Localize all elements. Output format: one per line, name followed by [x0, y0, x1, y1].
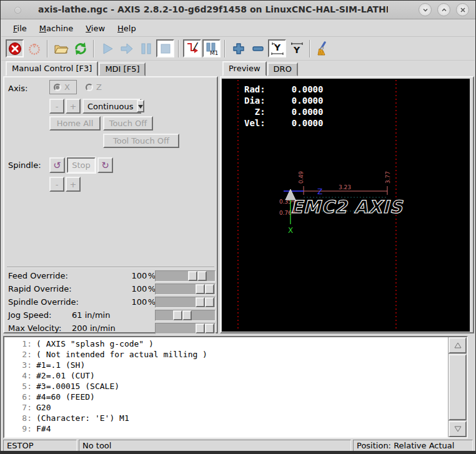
optional-pause-m1-icon: M1 — [204, 42, 219, 56]
zoom-extents-button[interactable]: Y — [268, 39, 286, 57]
spindle-plus-button[interactable]: + — [66, 177, 81, 192]
dim-top-label: 0.49 — [298, 171, 304, 184]
jog-plus-button[interactable]: + — [66, 99, 81, 114]
jog-speed-label: Jog Speed: — [8, 310, 51, 320]
toolbar-separator — [47, 40, 48, 57]
clear-plot-button[interactable] — [314, 39, 332, 57]
spindle-override-value: 100 % — [132, 297, 156, 307]
skip-lines-icon: / — [185, 42, 200, 56]
rapid-override-row: Rapid Override: 100 % — [8, 283, 216, 295]
spindle-stop-button[interactable]: Stop — [67, 157, 96, 173]
scroll-down-arrow[interactable] — [449, 421, 467, 437]
zoom-out-minus-icon — [251, 42, 265, 56]
max-velocity-slider[interactable] — [155, 323, 216, 334]
axis-z-radio[interactable]: Z — [86, 82, 102, 92]
tool-touch-off-button[interactable]: Tool Touch Off — [103, 134, 179, 148]
zoom-out-button[interactable] — [249, 39, 267, 57]
tool-status: No tool — [79, 440, 351, 453]
estop-button[interactable] — [6, 39, 24, 57]
splash-gcode-text: EMC2 AXIS — [290, 197, 403, 217]
menu-help[interactable]: Help — [112, 22, 142, 35]
spindle-override-slider[interactable] — [155, 297, 216, 308]
max-velocity-label: Max Velocity: — [8, 323, 61, 333]
statusbar: ESTOP No tool Position: Relative Actual — [1, 440, 475, 453]
axis-main-window: axis-lathe.ngc - AXIS 2.8.2-10-g6d29f145… — [0, 0, 476, 454]
stop-button[interactable] — [156, 39, 174, 57]
dimensions-y-icon: Y — [290, 41, 304, 56]
gcode-line: 5:#3=.00015 (SCALE) — [4, 381, 447, 392]
toggle-dimensions-button[interactable]: Y — [287, 39, 305, 57]
jog-speed-slider[interactable] — [155, 310, 216, 321]
machine-power-button[interactable] — [25, 39, 43, 57]
chevron-down-icon — [422, 7, 429, 13]
backplot-graphics: 3.23 0.49 3.77 0.35 0.76 Z X — [222, 79, 470, 332]
step-button[interactable] — [117, 39, 136, 57]
menu-view[interactable]: View — [80, 22, 111, 35]
gcode-line: 2:( Not intended for actual milling ) — [4, 349, 447, 360]
feed-override-row: Feed Override: 100 % — [8, 270, 216, 282]
toolbar-separator — [178, 40, 179, 57]
axis-label: Axis: — [8, 84, 27, 93]
spindle-ccw-button[interactable]: ↺ — [49, 157, 65, 173]
gcode-listing[interactable]: 1:( AXIS "splash g-code" ) 2:( Not inten… — [3, 336, 468, 438]
rapid-override-label: Rapid Override: — [8, 284, 72, 294]
rapid-override-slider[interactable] — [155, 284, 216, 295]
jog-minus-button[interactable]: - — [49, 99, 64, 114]
window-controls — [419, 3, 469, 16]
scroll-up-arrow[interactable] — [449, 337, 467, 353]
chevron-up-icon — [441, 7, 447, 13]
toolbar-separator — [93, 40, 94, 57]
zoom-in-button[interactable] — [229, 39, 247, 57]
window-menu-icon[interactable] — [14, 7, 21, 14]
svg-text:Y: Y — [292, 45, 300, 55]
minimize-button[interactable] — [419, 3, 432, 16]
tab-dro[interactable]: DRO — [267, 62, 298, 76]
optional-pause-toggle[interactable]: M1 — [202, 39, 221, 57]
clear-plot-broom-icon — [316, 41, 331, 56]
tab-preview[interactable]: Preview — [222, 61, 267, 76]
titlebar[interactable]: axis-lathe.ngc - AXIS 2.8.2-10-g6d29f145… — [1, 1, 475, 19]
spindle-minus-button[interactable]: - — [49, 177, 64, 192]
touch-off-button[interactable]: Touch Off — [103, 116, 153, 131]
axis-x-radio[interactable]: X — [49, 80, 77, 94]
feed-override-value: 100 % — [132, 271, 156, 280]
jog-mode-combobox[interactable]: Continuous — [82, 99, 141, 114]
menu-file[interactable]: File — [7, 22, 32, 35]
home-all-button[interactable]: Home All — [49, 116, 101, 131]
menu-machine[interactable]: Machine — [34, 22, 79, 35]
preview-tabs: Preview DRO — [220, 61, 474, 76]
gcode-scrollbar[interactable] — [448, 337, 467, 437]
preview-canvas[interactable]: Rad: 0.0000 Dia: 0.0000 Z: 0.0000 Vel: 0… — [222, 79, 470, 332]
run-program-button[interactable] — [98, 39, 116, 57]
rotate-cw-icon: ↻ — [101, 160, 109, 171]
zoom-extents-y-icon: Y — [270, 41, 284, 56]
run-icon — [101, 42, 114, 56]
reload-file-button[interactable] — [71, 39, 89, 57]
dim-width-label: 3.23 — [339, 184, 351, 190]
maximize-button[interactable] — [437, 3, 450, 16]
skip-lines-toggle[interactable]: / — [183, 39, 201, 57]
reload-icon — [73, 41, 88, 56]
power-icon — [27, 42, 41, 56]
svg-text:/: / — [192, 42, 199, 52]
scrollbar-thumb[interactable] — [449, 354, 467, 420]
spindle-cw-button[interactable]: ↻ — [97, 157, 113, 173]
radio-on-icon — [54, 84, 61, 91]
spindle-label: Spindle: — [8, 160, 41, 170]
svg-text:M1: M1 — [210, 50, 219, 56]
tab-manual-control[interactable]: Manual Control [F3] — [6, 61, 98, 76]
divider — [7, 267, 214, 268]
estop-icon — [8, 42, 22, 56]
close-button[interactable] — [456, 3, 469, 16]
gcode-line: 9:F#4 — [4, 423, 447, 434]
open-file-button[interactable] — [52, 39, 70, 57]
feed-override-slider[interactable] — [155, 270, 216, 282]
pause-button[interactable] — [137, 39, 155, 57]
spindle-override-row: Spindle Override: 100 % — [8, 296, 216, 308]
toolbar-separator — [309, 40, 310, 57]
rapid-override-value: 100 % — [132, 284, 156, 294]
tab-mdi[interactable]: MDI [F5] — [99, 62, 146, 76]
jog-speed-value: 61 in/min — [72, 310, 110, 320]
zoom-in-plus-icon — [232, 42, 245, 56]
gcode-text: 1:( AXIS "splash g-code" ) 2:( Not inten… — [4, 338, 447, 437]
